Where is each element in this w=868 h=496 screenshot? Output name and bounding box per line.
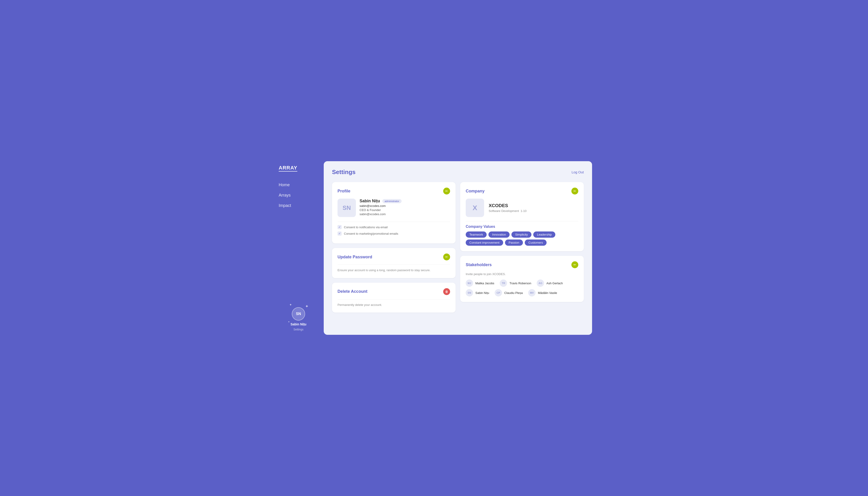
profile-name-row: Sabin Nițu administrator	[360, 199, 401, 203]
checkbox-marketing: Consent to marketing/promotional emails	[337, 231, 450, 236]
profile-edit-button[interactable]: ✏	[443, 188, 450, 195]
stakeholder-avatar: CP	[494, 289, 502, 296]
sidebar-item-arrays[interactable]: Arrays	[279, 193, 318, 198]
sidebar-user-avatar[interactable]: SN	[292, 307, 305, 321]
right-column: Company ✏ X XCODES Software Development …	[460, 182, 584, 302]
stakeholder-item: MV Mădălin Vasile	[528, 289, 557, 296]
company-card: Company ✏ X XCODES Software Development …	[460, 182, 584, 251]
stakeholders-edit-button[interactable]: ✏	[572, 261, 578, 268]
update-password-description: Ensure your account is using a long, ran…	[337, 268, 450, 273]
company-values-title: Company Values	[466, 224, 578, 229]
checkbox-notifications-label: Consent to notifications via email	[344, 226, 387, 229]
admin-badge: administrator	[382, 199, 401, 203]
stakeholder-name: Mădălin Vasile	[538, 291, 557, 295]
update-password-edit-button[interactable]: ✏	[443, 253, 450, 260]
stakeholder-avatar: AG	[537, 279, 544, 287]
profile-card-title: Profile	[337, 189, 350, 193]
checkbox-marketing-icon[interactable]	[337, 231, 341, 236]
value-tag-constant-improvement: Constant improvement	[466, 239, 503, 246]
stakeholder-item: SN Sabin Nițu	[466, 289, 489, 296]
company-info: X XCODES Software Development 1-10	[466, 199, 578, 217]
stakeholder-item: AG Ash Gerlach	[537, 279, 563, 287]
stakeholder-item: CP Claudiu Pleșa	[494, 289, 523, 296]
stakeholder-item: MJ Malika Jacobs	[466, 279, 494, 287]
delete-account-header: Delete Account 🗑	[337, 288, 450, 295]
company-edit-button[interactable]: ✏	[572, 188, 578, 195]
stakeholder-list: MJ Malika Jacobs TR Travis Roberson AG A…	[466, 279, 578, 296]
main-header: Settings Log Out	[332, 169, 584, 176]
profile-divider	[337, 221, 450, 222]
update-password-title: Update Password	[337, 255, 372, 260]
value-tag-innovation: Innovation	[488, 231, 509, 238]
stakeholder-name: Malika Jacobs	[475, 281, 494, 285]
update-password-card: Update Password ✏ Ensure your account is…	[332, 248, 456, 278]
update-password-header: Update Password ✏	[337, 253, 450, 260]
company-card-title: Company	[466, 189, 485, 193]
sidebar-user-role: Settings	[293, 328, 303, 331]
main-content: Settings Log Out Profile ✏ SN Sabin Ni	[324, 161, 592, 335]
stakeholders-card-title: Stakeholders	[466, 262, 492, 267]
page-title: Settings	[332, 169, 356, 176]
value-tag-customers: Customers	[525, 239, 547, 246]
stakeholder-item: TR Travis Roberson	[500, 279, 531, 287]
value-tag-passion: Passion	[505, 239, 523, 246]
company-card-header: Company ✏	[466, 188, 578, 195]
stakeholder-avatar: SN	[466, 289, 473, 296]
sidebar: ARRAY Home Arrays Impact ✦ ✦ ✦ SN Sabin …	[273, 158, 324, 338]
profile-email2: sabin@xcodes.com	[360, 213, 401, 216]
logout-button[interactable]: Log Out	[572, 170, 584, 174]
stakeholder-avatar: MJ	[466, 279, 473, 287]
stakeholders-card-header: Stakeholders ✏	[466, 261, 578, 268]
company-divider	[466, 221, 578, 221]
stakeholder-avatar: MV	[528, 289, 535, 296]
profile-info: SN Sabin Nițu administrator sabin@xcodes…	[337, 199, 450, 217]
delete-account-card: Delete Account 🗑 Permanently delete your…	[332, 283, 456, 313]
delete-divider	[337, 299, 450, 299]
profile-email: sabin@xcodes.com	[360, 204, 401, 207]
checkbox-notifications-icon[interactable]	[337, 225, 341, 229]
stakeholder-name: Sabin Nițu	[475, 291, 489, 295]
sidebar-avatar-wrapper: ✦ ✦ ✦ SN	[292, 307, 305, 321]
sidebar-bottom: ✦ ✦ ✦ SN Sabin Nițu Settings	[279, 307, 318, 331]
checkbox-notifications: Consent to notifications via email	[337, 225, 450, 229]
value-tag-teamwork: Teamwork	[466, 231, 487, 238]
values-tags: TeamworkInnovationSimplicityLeadershipCo…	[466, 231, 578, 246]
profile-card-header: Profile ✏	[337, 188, 450, 195]
sparkle-icon-3: ✦	[288, 321, 290, 323]
stakeholder-name: Ash Gerlach	[546, 281, 563, 285]
delete-account-button[interactable]: 🗑	[443, 288, 450, 295]
app-logo: ARRAY	[279, 165, 318, 172]
delete-account-description: Permanently delete your account.	[337, 303, 450, 307]
sidebar-item-impact[interactable]: Impact	[279, 203, 318, 208]
delete-account-title: Delete Account	[337, 289, 367, 294]
value-tag-simplicity: Simplicity	[512, 231, 531, 238]
profile-avatar: SN	[337, 199, 356, 217]
stakeholders-card: Stakeholders ✏ Invite people to join XCO…	[460, 256, 584, 302]
stakeholder-row: MJ Malika Jacobs TR Travis Roberson AG A…	[466, 279, 578, 287]
left-column: Profile ✏ SN Sabin Nițu administrator sa…	[332, 182, 456, 312]
stakeholder-avatar: TR	[500, 279, 507, 287]
sparkle-icon-1: ✦	[289, 303, 292, 307]
stakeholders-description: Invite people to join XCODES.	[466, 272, 578, 276]
stakeholder-name: Claudiu Pleșa	[504, 291, 523, 295]
value-tag-leadership: Leadership	[533, 231, 555, 238]
stakeholder-row: SN Sabin Nițu CP Claudiu Pleșa MV Mădăli…	[466, 289, 578, 296]
stakeholder-name: Travis Roberson	[509, 281, 531, 285]
profile-details: Sabin Nițu administrator sabin@xcodes.co…	[360, 199, 401, 216]
sparkle-icon-2: ✦	[305, 304, 308, 309]
profile-name: Sabin Nițu	[360, 199, 380, 203]
settings-grid: Profile ✏ SN Sabin Nițu administrator sa…	[332, 182, 584, 312]
checkbox-marketing-label: Consent to marketing/promotional emails	[344, 232, 398, 235]
company-details: XCODES Software Development 1-10	[489, 203, 527, 213]
sidebar-nav: Home Arrays Impact	[279, 183, 318, 208]
company-logo: X	[466, 199, 484, 217]
profile-role: CEO & Founder	[360, 208, 401, 212]
sidebar-item-home[interactable]: Home	[279, 183, 318, 187]
profile-card: Profile ✏ SN Sabin Nițu administrator sa…	[332, 182, 456, 244]
company-name: XCODES	[489, 203, 527, 208]
company-meta: Software Development 1-10	[489, 209, 527, 213]
